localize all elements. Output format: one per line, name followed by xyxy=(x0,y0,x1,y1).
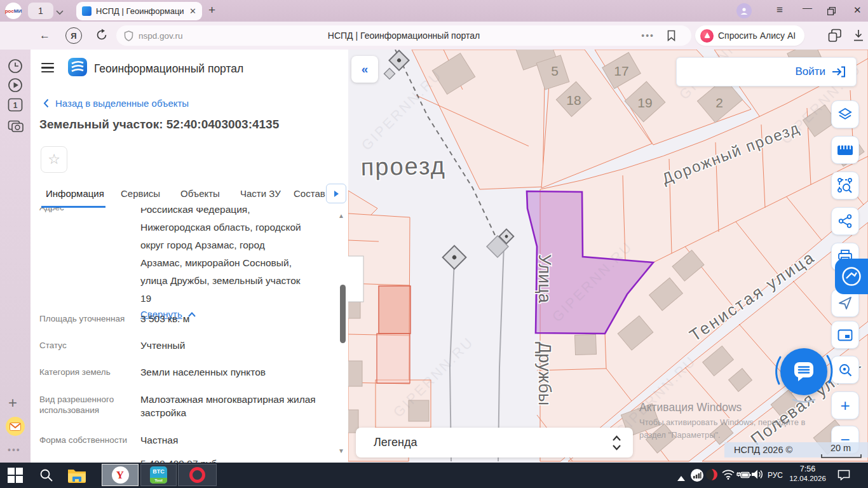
panel-tabs: Информация Сервисы Объекты Части ЗУ Сост… xyxy=(31,180,348,208)
mini-map-icon xyxy=(837,329,853,341)
field-label: Адрес xyxy=(39,207,136,213)
login-icon xyxy=(832,66,846,78)
tab-title: НСПД | Геоинформаци xyxy=(96,6,185,16)
svg-text:1: 1 xyxy=(13,101,18,110)
taskbar-btc-tool[interactable]: BTCTool xyxy=(140,464,177,486)
portal-title: Геоинформационный портал xyxy=(94,62,243,76)
portal-menu-icon[interactable] xyxy=(41,63,54,75)
tab-obekty[interactable]: Объекты xyxy=(180,188,220,199)
windows-activation-watermark: Активация Windows Чтобы активировать Win… xyxy=(639,401,805,440)
browser-side-strip: 1 + ••• xyxy=(0,50,31,463)
taskbar-search-icon[interactable] xyxy=(39,468,53,485)
language-indicator[interactable]: РУС xyxy=(768,471,783,480)
taskbar-clock[interactable]: 7:56 12.04.2026 xyxy=(787,464,829,482)
address-bar[interactable]: nspd.gov.ru НСПД | Геоинформационный пор… xyxy=(116,25,691,46)
new-tab-button[interactable]: + xyxy=(208,3,215,17)
tabs-panel-icon[interactable]: 1 xyxy=(8,98,23,114)
scrollbar-up-arrow[interactable]: ▲ xyxy=(338,212,344,219)
ask-alice-button[interactable]: Спросить Алису AI xyxy=(695,25,804,46)
scale-label: 20 m xyxy=(821,443,860,453)
wifi-icon[interactable] xyxy=(722,470,735,482)
share-button[interactable] xyxy=(831,207,859,235)
map-building xyxy=(348,256,363,302)
legend-bar[interactable]: Легенда xyxy=(356,428,633,458)
field-value: Частная xyxy=(140,433,339,447)
window-minimize-button[interactable]: — xyxy=(803,2,812,13)
start-button[interactable] xyxy=(8,468,23,485)
yandex-button[interactable]: Я xyxy=(65,27,82,44)
chat-button[interactable] xyxy=(780,348,827,395)
browser-titlebar: росМИ 1 НСПД | Геоинформаци ✕ + ≡ — ✕ xyxy=(0,0,868,22)
tray-opera-icon[interactable] xyxy=(705,468,718,484)
magnifier-dot-icon xyxy=(838,363,853,377)
tab-chasti-zu[interactable]: Части ЗУ xyxy=(240,188,281,199)
tab-servisy[interactable]: Сервисы xyxy=(121,188,160,199)
yandex-browser-icon: Y xyxy=(112,466,129,484)
downloads-icon[interactable] xyxy=(853,29,864,44)
window-close-button[interactable]: ✕ xyxy=(853,4,862,16)
battery-icon[interactable] xyxy=(736,470,751,482)
field-label: Вид разрешенного использования xyxy=(39,394,136,416)
area-search-button[interactable] xyxy=(831,172,859,200)
svg-text:18: 18 xyxy=(566,93,581,107)
share-icon xyxy=(838,214,852,228)
profile-avatar[interactable] xyxy=(736,3,752,18)
tab-close-icon[interactable]: ✕ xyxy=(189,6,196,16)
svg-text:2: 2 xyxy=(715,95,723,110)
field-value: Малоэтажная многоквартирная жилая застро… xyxy=(140,393,339,419)
refresh-button[interactable] xyxy=(95,29,108,44)
map-parcel[interactable] xyxy=(377,334,410,383)
chat-icon xyxy=(792,360,816,383)
tab-counter-button[interactable]: 1 xyxy=(28,3,53,19)
file-explorer-icon[interactable] xyxy=(67,467,86,486)
map-attribution: НСПД 2026 © 20 m xyxy=(724,442,868,458)
field-value: Земли населенных пунктов xyxy=(140,365,339,379)
extensions-icon[interactable] xyxy=(828,29,842,45)
ruler-button[interactable] xyxy=(831,136,859,164)
field-value: Учтенный xyxy=(140,339,339,352)
browser-tab[interactable]: НСПД | Геоинформаци ✕ xyxy=(76,2,202,20)
history-icon[interactable] xyxy=(8,58,23,76)
sidebar-more-icon[interactable]: ••• xyxy=(8,445,21,455)
collapse-panel-button[interactable]: « xyxy=(351,56,378,83)
map-canvas[interactable]: GIPERNN.RU GIPERNN.RU GIPERNN.RU GIPERNN… xyxy=(348,50,868,463)
info-panel: Геоинформационный портал Назад в выделен… xyxy=(31,50,348,463)
window-restore-button[interactable] xyxy=(827,6,836,17)
panel-content: Адрес Российская Федерация, Нижегородска… xyxy=(31,207,348,463)
browser-menu-icon[interactable]: ≡ xyxy=(776,4,783,17)
favorite-star-button[interactable]: ☆ xyxy=(41,146,67,173)
taskbar-yandex-browser[interactable]: Y xyxy=(102,464,139,486)
map-parcel-red[interactable] xyxy=(379,286,410,334)
volume-icon[interactable] xyxy=(751,469,764,482)
action-center-icon[interactable] xyxy=(837,470,850,483)
video-icon[interactable] xyxy=(8,78,23,95)
field-value: 3 503 кв. м xyxy=(140,312,339,325)
legend-expand-icon[interactable] xyxy=(612,435,621,451)
tab-list-chevron-icon[interactable] xyxy=(56,6,64,18)
parcel-title: Земельный участок: 52:40:0403003:4135 xyxy=(39,118,279,132)
legend-label: Легенда xyxy=(374,436,417,449)
addressbar-more-icon[interactable]: ••• xyxy=(641,30,654,41)
back-to-objects-link[interactable]: Назад в выделенные объекты xyxy=(43,98,189,109)
layers-button[interactable] xyxy=(831,100,859,128)
tabs-scroll-right-button[interactable] xyxy=(326,184,346,203)
tray-expand-icon[interactable] xyxy=(677,472,685,484)
bookmark-icon[interactable] xyxy=(667,30,676,41)
scrollbar-down-arrow[interactable]: ▼ xyxy=(338,447,344,454)
back-button[interactable]: ← xyxy=(39,29,50,42)
svg-text:19: 19 xyxy=(637,95,652,110)
tray-network-app-icon[interactable] xyxy=(690,468,704,485)
taskbar-opera[interactable] xyxy=(178,464,217,486)
scrollbar-thumb[interactable] xyxy=(340,285,346,343)
field-label: Категория земель xyxy=(39,367,136,377)
nspd-widget-flyout[interactable] xyxy=(835,259,868,294)
login-bar[interactable]: Войти xyxy=(676,57,857,86)
page-title-text: НСПД | Геоинформационный портал xyxy=(116,30,691,41)
field-label: Статус xyxy=(39,340,136,351)
sidebar-add-icon[interactable]: + xyxy=(8,394,17,412)
yandex-mail-icon[interactable] xyxy=(6,417,25,436)
btc-tool-icon: BTCTool xyxy=(150,466,167,484)
tab-sostav[interactable]: Состав xyxy=(294,188,325,199)
tab-informatsiya[interactable]: Информация xyxy=(46,188,104,199)
screenshot-icon[interactable] xyxy=(8,118,24,136)
